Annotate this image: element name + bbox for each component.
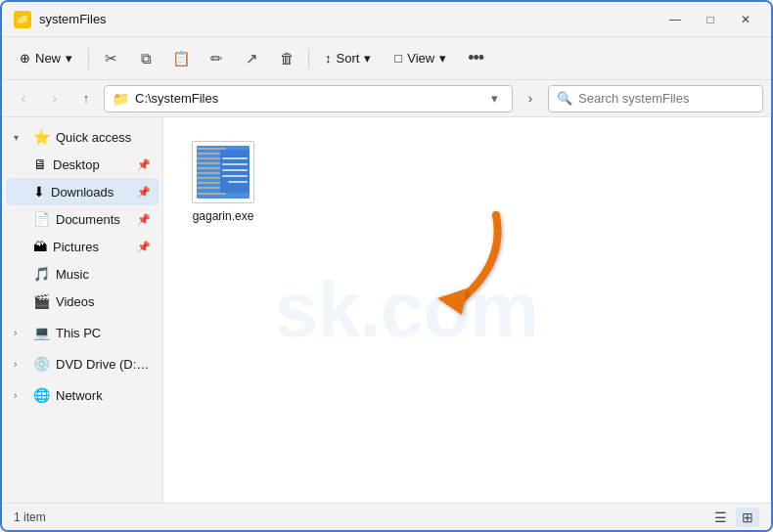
more-icon: ••• [468,48,483,68]
cut-icon: ✂ [105,50,117,67]
videos-label: Videos [56,294,151,309]
sidebar-item-network[interactable]: › 🌐 Network [6,381,159,409]
search-input[interactable] [578,91,754,106]
title-bar: 📁 systemFiles — □ ✕ [2,2,771,37]
dvd-expand-icon: › [14,359,27,370]
this-pc-expand-icon: › [14,328,27,338]
sidebar-item-this-pc[interactable]: › 💻 This PC [6,319,159,346]
downloads-icon: ⬇ [33,184,45,200]
content-area: sk.com [163,117,771,503]
this-pc-icon: 💻 [33,325,50,340]
arrow-annotation [398,205,525,335]
status-bar: 1 item ☰ ⊞ [2,503,771,530]
pin-icon-desktop: 📌 [137,158,151,171]
list-view-icon: ☰ [714,510,727,525]
paste-button[interactable]: 📋 [165,43,197,74]
file-icon-inner [192,141,254,203]
status-view-buttons: ☰ ⊞ [708,508,759,527]
pin-icon-downloads: 📌 [137,186,151,199]
up-button[interactable]: ↑ [72,85,100,112]
cut-button[interactable]: ✂ [95,43,126,74]
documents-icon: 📄 [33,211,50,227]
address-navigate-button[interactable]: › [517,85,544,112]
quick-access-icon: ⭐ [33,129,50,145]
delete-button[interactable]: 🗑 [271,43,302,74]
sidebar-item-videos[interactable]: 🎬 Videos [6,288,159,315]
sidebar-item-dvd[interactable]: › 💿 DVD Drive (D:) CCCC [6,350,159,377]
window-icon: 📁 [14,11,31,28]
new-label: New [35,51,61,66]
file-icon [192,141,254,203]
forward-nav-button[interactable]: › [41,85,68,112]
downloads-label: Downloads [51,185,131,200]
sort-icon: ↕ [325,51,332,66]
documents-label: Documents [56,212,131,227]
file-name: gagarin.exe [193,209,254,223]
paste-icon: 📋 [172,50,191,67]
back-button[interactable]: ‹ [10,85,37,112]
new-dropdown-icon: ▾ [66,51,72,66]
pin-icon-pictures: 📌 [137,241,151,253]
sidebar-item-quick-access[interactable]: ▾ ⭐ Quick access [6,123,159,151]
sidebar-item-desktop[interactable]: 🖥 Desktop 📌 [6,151,159,178]
pin-icon-documents: 📌 [137,213,151,226]
new-button[interactable]: ⊕ New ▾ [10,43,82,74]
file-item-gagarin[interactable]: gagarin.exe [179,133,267,231]
toolbar: ⊕ New ▾ ✂ ⧉ 📋 ✏ ↗ 🗑 ↕ Sort ▾ □ [2,37,771,80]
more-button[interactable]: ••• [460,43,491,74]
network-section: › 🌐 Network [2,379,162,411]
dvd-label: DVD Drive (D:) CCCC [56,357,151,372]
toolbar-separator-1 [88,49,89,68]
search-icon: 🔍 [557,91,572,106]
sidebar-item-downloads[interactable]: ⬇ Downloads 📌 [6,178,159,205]
grid-view-button[interactable]: ⊞ [736,508,759,527]
sidebar-item-pictures[interactable]: 🏔 Pictures 📌 [6,233,159,260]
window-title: systemFiles [39,12,661,26]
network-expand-icon: › [14,390,27,401]
quick-access-section: ▾ ⭐ Quick access 🖥 Desktop 📌 ⬇ Downloads… [2,121,162,317]
sort-label: Sort [337,51,360,66]
toolbar-separator-2 [308,49,309,68]
music-label: Music [56,267,151,282]
rename-icon: ✏ [210,50,223,67]
svg-marker-0 [437,288,467,315]
share-icon: ↗ [246,50,258,67]
view-icon: □ [394,51,402,66]
rename-button[interactable]: ✏ [201,43,232,74]
dvd-icon: 💿 [33,356,50,372]
window-controls: — □ ✕ [661,10,759,29]
watermark: sk.com [275,265,539,355]
view-dropdown-icon: ▾ [439,51,446,66]
expand-icon: ▾ [14,132,27,143]
search-box: 🔍 [548,85,763,112]
network-label: Network [56,388,151,403]
grid-view-icon: ⊞ [742,510,753,525]
sidebar-item-music[interactable]: 🎵 Music [6,260,159,288]
list-view-button[interactable]: ☰ [708,508,732,527]
status-items-count: 1 item [14,510,708,524]
minimize-button[interactable]: — [661,10,689,29]
maximize-button[interactable]: □ [697,10,724,29]
view-label: View [407,51,434,66]
delete-icon: 🗑 [280,50,295,66]
address-path: C:\systemFiles [135,91,478,106]
address-dropdown-button[interactable]: ▾ [484,89,504,109]
copy-icon: ⧉ [141,50,152,67]
sidebar-item-documents[interactable]: 📄 Documents 📌 [6,205,159,233]
new-icon: ⊕ [20,51,30,66]
close-button[interactable]: ✕ [732,10,759,29]
address-input[interactable]: 📁 C:\systemFiles ▾ [104,85,513,112]
copy-button[interactable]: ⧉ [130,43,161,74]
music-icon: 🎵 [33,266,50,282]
main-area: ▾ ⭐ Quick access 🖥 Desktop 📌 ⬇ Downloads… [2,117,771,503]
pictures-label: Pictures [53,240,131,254]
pictures-icon: 🏔 [33,239,47,254]
this-pc-label: This PC [56,326,151,340]
this-pc-section: › 💻 This PC [2,317,162,348]
dvd-section: › 💿 DVD Drive (D:) CCCC [2,348,162,379]
sort-button[interactable]: ↕ Sort ▾ [315,43,381,74]
videos-icon: 🎬 [33,293,50,309]
sort-dropdown-icon: ▾ [364,51,371,66]
share-button[interactable]: ↗ [236,43,267,74]
view-button[interactable]: □ View ▾ [385,43,456,74]
